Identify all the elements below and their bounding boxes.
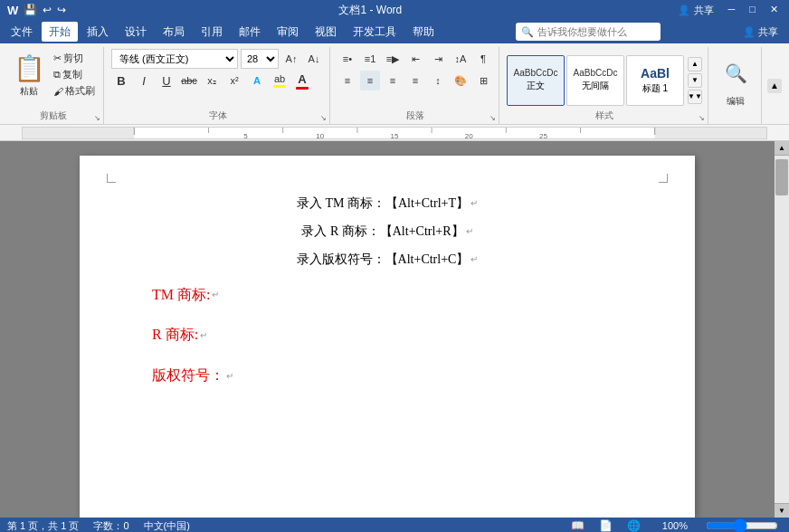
styles-expand-button[interactable]: ↘: [697, 113, 706, 122]
highlight-label: ab: [274, 73, 285, 84]
menu-item-mailings[interactable]: 邮件: [232, 22, 268, 42]
para-mark-3: ↵: [471, 252, 478, 268]
style-scroll-down-button[interactable]: ▼: [688, 73, 702, 88]
maximize-button[interactable]: □: [746, 4, 759, 17]
quick-access-undo[interactable]: ↩: [43, 4, 52, 17]
word-count: 字数：0: [93, 519, 128, 533]
para-mark-1: ↵: [471, 195, 478, 212]
menu-item-review[interactable]: 审阅: [270, 22, 306, 42]
style-heading1-preview: AaBl: [641, 66, 670, 81]
shading-button[interactable]: 🎨: [451, 71, 471, 90]
justify-button[interactable]: ≡: [405, 71, 425, 90]
word-logo: W: [7, 4, 18, 17]
para-mark-4: ↵: [212, 287, 219, 303]
decrease-indent-button[interactable]: ⇤: [405, 49, 425, 69]
line-spacing-button[interactable]: ↕: [428, 71, 448, 90]
format-painter-button[interactable]: 🖌 格式刷: [51, 83, 98, 99]
increase-indent-button[interactable]: ⇥: [428, 49, 448, 69]
paste-button[interactable]: 📋 粘贴: [9, 49, 49, 101]
ribbon-collapse-button[interactable]: ▲: [767, 79, 782, 93]
quick-access-save[interactable]: 💾: [24, 4, 37, 17]
highlight-indicator: ab: [273, 73, 286, 88]
align-left-button[interactable]: ≡: [337, 71, 357, 90]
paragraph-row1: ≡• ≡1 ≡▶ ⇤ ⇥ ↕A ¶: [337, 49, 493, 69]
borders-button[interactable]: ⊞: [473, 71, 493, 90]
menu-item-layout[interactable]: 布局: [156, 22, 192, 42]
copy-button[interactable]: ⧉ 复制: [51, 67, 98, 82]
view-print-button[interactable]: 📄: [599, 519, 613, 532]
editing-content: 🔍 编辑: [716, 49, 756, 124]
font-size-increase-button[interactable]: A↑: [281, 49, 301, 69]
title-bar-controls: 👤 共享 ─ □ ✕: [674, 4, 782, 17]
font-size-select[interactable]: 28 891011 12141618 20222426 28364872: [241, 49, 279, 69]
scissors-icon: ✂: [53, 52, 62, 64]
minimize-button[interactable]: ─: [725, 4, 739, 17]
underline-button[interactable]: U: [157, 71, 176, 90]
search-bar[interactable]: 🔍: [516, 23, 661, 41]
strikethrough-button[interactable]: abc: [179, 71, 199, 90]
clipboard-expand-button[interactable]: ↘: [92, 113, 101, 122]
paragraph-expand-button[interactable]: ↘: [488, 113, 497, 122]
share-button[interactable]: 👤 共享: [674, 4, 717, 17]
align-right-button[interactable]: ≡: [383, 71, 403, 90]
highlight-color-button[interactable]: ab: [270, 71, 290, 90]
font-family-select[interactable]: 等线 (西文正文): [111, 49, 238, 69]
close-button[interactable]: ✕: [766, 4, 782, 17]
menu-item-help[interactable]: 帮助: [405, 22, 442, 42]
menu-item-insert[interactable]: 插入: [80, 22, 116, 42]
menu-item-home[interactable]: 开始: [42, 22, 78, 42]
svg-text:20: 20: [465, 132, 473, 139]
menu-item-references[interactable]: 引用: [194, 22, 230, 42]
align-center-button[interactable]: ≡: [360, 71, 380, 90]
sort-button[interactable]: ↕A: [451, 49, 471, 69]
doc-page: 录入 TM 商标：【Alt+Ctrl+T】 ↵ 录入 R 商标：【Alt+Ctr…: [80, 156, 695, 518]
doc-content[interactable]: 录入 TM 商标：【Alt+Ctrl+T】 ↵ 录入 R 商标：【Alt+Ctr…: [152, 192, 623, 389]
format-painter-icon: 🖌: [53, 86, 63, 97]
svg-text:25: 25: [539, 132, 547, 139]
scrollbar-thumb[interactable]: [775, 159, 788, 195]
title-bar-title: 文档1 - Word: [66, 3, 674, 18]
clipboard-group: 📋 粘贴 ✂ 剪切 ⧉ 复制 🖌 格式刷 剪贴板 ↘: [4, 47, 104, 124]
quick-access-redo[interactable]: ↪: [57, 4, 66, 17]
scroll-up-button[interactable]: ▲: [775, 141, 789, 156]
bullet-list-button[interactable]: ≡•: [337, 49, 357, 69]
search-input[interactable]: [537, 26, 646, 37]
style-heading1-card[interactable]: AaBl 标题 1: [626, 55, 684, 106]
menu-item-view[interactable]: 视图: [308, 22, 344, 42]
numbered-list-button[interactable]: ≡1: [360, 49, 380, 69]
subscript-button[interactable]: x₂: [202, 71, 222, 90]
font-name-row: 等线 (西文正文) 28 891011 12141618 20222426 28…: [111, 49, 324, 69]
doc-line-6: 版权符号： ↵: [152, 363, 623, 389]
font-color-button[interactable]: A: [292, 71, 312, 90]
menu-item-file[interactable]: 文件: [4, 22, 40, 42]
superscript-button[interactable]: x²: [224, 71, 244, 90]
style-nospacing-preview: AaBbCcDc: [574, 68, 618, 78]
search-editing-button[interactable]: 🔍: [716, 53, 756, 93]
cut-button[interactable]: ✂ 剪切: [51, 51, 98, 66]
doc-line-2: 录入 R 商标：【Alt+Ctrl+R】 ↵: [152, 220, 623, 242]
para-mark-2: ↵: [466, 223, 473, 240]
text-effect-button[interactable]: A: [247, 71, 267, 90]
share-ribbon-btn[interactable]: 👤 共享: [736, 24, 785, 41]
style-scroll-up-button[interactable]: ▲: [688, 57, 702, 71]
font-label: 字体: [106, 109, 329, 122]
show-marks-button[interactable]: ¶: [473, 49, 493, 69]
view-read-button[interactable]: 📖: [571, 519, 585, 532]
search-icon: 🔍: [521, 26, 534, 38]
style-nospacing-card[interactable]: AaBbCcDc 无间隔: [566, 55, 624, 106]
style-expand-button[interactable]: ▼▼: [688, 90, 702, 104]
font-expand-button[interactable]: ↘: [318, 113, 328, 122]
menu-item-developer[interactable]: 开发工具: [346, 22, 404, 42]
doc-text-tm: TM 商标:: [152, 282, 210, 309]
scroll-down-button[interactable]: ▼: [775, 503, 789, 518]
bold-button[interactable]: B: [111, 71, 131, 90]
zoom-slider[interactable]: [706, 520, 778, 531]
italic-button[interactable]: I: [134, 71, 154, 90]
page-count: 第 1 页，共 1 页: [7, 519, 79, 533]
menu-item-design[interactable]: 设计: [118, 22, 154, 42]
style-normal-card[interactable]: AaBbCcDc 正文: [507, 55, 565, 106]
font-format-row: B I U abc x₂ x² A ab A: [111, 71, 312, 90]
multilevel-list-button[interactable]: ≡▶: [383, 49, 403, 69]
view-web-button[interactable]: 🌐: [627, 519, 641, 532]
font-size-decrease-button[interactable]: A↓: [304, 49, 324, 69]
